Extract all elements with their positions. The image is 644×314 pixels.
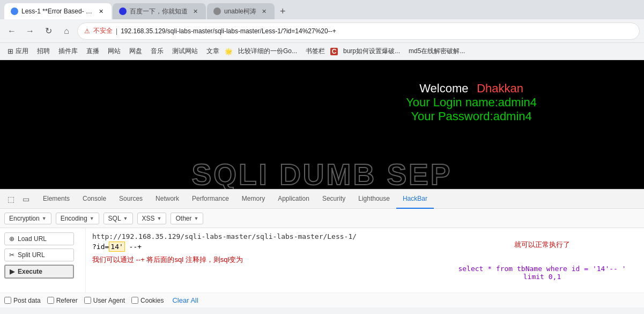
tab-performance[interactable]: Performance: [186, 189, 235, 209]
encryption-arrow: ▼: [42, 216, 47, 221]
bookmark-disk[interactable]: 网盘: [126, 46, 145, 57]
xss-dropdown[interactable]: XSS ▼: [137, 213, 167, 224]
cursor-icon-btn[interactable]: ⬚: [4, 193, 17, 206]
new-tab-button[interactable]: +: [276, 4, 290, 19]
tab-active[interactable]: Less-1 **Error Based- String** ✕: [4, 3, 112, 19]
split-url-button[interactable]: ✂ Split URL: [4, 249, 74, 261]
bookmark-bookmarks-label: 书签栏: [306, 47, 325, 56]
devtools-icons-group: ⬚ ▭: [4, 193, 32, 206]
encryption-label: Encryption: [9, 215, 40, 222]
tab-favicon-3: [213, 8, 221, 15]
post-data-checkbox[interactable]: [4, 297, 11, 304]
other-label: Other: [175, 215, 191, 222]
split-url-label: Split URL: [18, 251, 45, 259]
bookmark-live[interactable]: 直播: [83, 46, 102, 57]
login-name-line: Your Login name:admin4: [406, 96, 537, 109]
home-button[interactable]: ⌂: [59, 24, 74, 39]
url-display-line1: http://192.168.35.129/sqli-labs-master/s…: [92, 232, 434, 240]
encoding-arrow: ▼: [90, 216, 94, 221]
bookmark-plugins[interactable]: 插件库: [55, 46, 81, 57]
referer-checkbox[interactable]: [47, 297, 54, 304]
burp-icon: C: [330, 48, 338, 55]
bookmark-burp[interactable]: burp如何设置爆破...: [340, 46, 403, 57]
hackbar-left-panel: ⊕ Load URL ✂ Split URL ▶ Execute: [0, 228, 86, 293]
other-dropdown[interactable]: Other ▼: [171, 213, 203, 224]
apps-icon: ⊞: [8, 47, 13, 55]
sql-dropdown[interactable]: SQL ▼: [103, 213, 133, 224]
execute-icon: ▶: [10, 268, 14, 275]
post-data-checkbox-group[interactable]: Post data: [4, 297, 41, 304]
user-agent-checkbox[interactable]: [84, 297, 91, 304]
forward-button[interactable]: →: [23, 24, 38, 39]
clear-all-button[interactable]: Clear All: [170, 296, 200, 304]
tab-lighthouse[interactable]: Lighthouse: [352, 189, 396, 209]
password-line: Your Password:admin4: [406, 109, 537, 123]
tab-network[interactable]: Network: [149, 189, 186, 209]
bookmark-md5[interactable]: md5在线解密破解...: [405, 46, 468, 57]
tab-close-1[interactable]: ✕: [97, 7, 105, 16]
tab-sources[interactable]: Sources: [113, 189, 149, 209]
tab-application[interactable]: Application: [271, 189, 316, 209]
load-url-button[interactable]: ⊕ Load URL: [4, 232, 74, 245]
bookmark-music-label: 音乐: [151, 47, 164, 56]
bookmark-article[interactable]: 文章: [203, 46, 223, 57]
device-icon-btn[interactable]: ▭: [19, 193, 32, 206]
cookies-checkbox-group[interactable]: Cookies: [131, 297, 164, 304]
bookmark-apps[interactable]: ⊞ 应用: [4, 46, 32, 57]
referer-label: Referer: [56, 297, 78, 304]
chinese-comment: 我们可以通过 --+ 将后面的sql 注释掉，则sql变为: [92, 255, 434, 265]
sql-arrow: ▼: [123, 216, 128, 221]
tab-2[interactable]: 百度一下，你就知道 ✕: [113, 3, 206, 19]
tab-3[interactable]: unable柯涛 ✕: [207, 3, 275, 19]
hackbar-center-panel: http://192.168.35.129/sqli-labs-master/s…: [86, 228, 440, 293]
bookmarks-bar: ⊞ 应用 招聘 插件库 直播 网站 网盘 音乐 测试网站 文章 🌟 比较详细的一…: [0, 43, 644, 60]
tab-favicon-2: [119, 8, 127, 15]
bookmark-recruit-label: 招聘: [37, 47, 50, 56]
user-agent-label: User Agent: [93, 297, 125, 304]
webpage-welcome-area: Welcome Dhakkan Your Login name:admin4 Y…: [406, 82, 537, 123]
tab-label-3: unable柯涛: [224, 7, 256, 16]
tab-hackbar[interactable]: HackBar: [396, 189, 434, 209]
reload-button[interactable]: ↻: [41, 24, 56, 39]
bookmark-music[interactable]: 音乐: [147, 46, 167, 57]
user-agent-checkbox-group[interactable]: User Agent: [84, 297, 125, 304]
bookmark-test[interactable]: 测试网站: [169, 46, 201, 57]
encoding-dropdown[interactable]: Encoding ▼: [56, 213, 99, 224]
xss-arrow: ▼: [157, 216, 162, 221]
bookmark-bookmarks[interactable]: 书签栏: [302, 46, 328, 57]
xss-label: XSS: [142, 215, 155, 222]
load-icon: ⊕: [9, 235, 14, 243]
devtools-tab-bar: ⬚ ▭ Elements Console Sources Network Per…: [0, 189, 644, 209]
tab-favicon-1: [11, 8, 18, 15]
back-button[interactable]: ←: [4, 24, 19, 39]
bookmark-article-label: 文章: [206, 47, 219, 56]
bookmark-apps-label: 应用: [16, 47, 28, 56]
post-data-label: Post data: [13, 297, 41, 304]
tab-console[interactable]: Console: [76, 189, 113, 209]
tab-elements[interactable]: Elements: [36, 189, 76, 209]
execute-button[interactable]: ▶ Execute: [4, 265, 74, 279]
tab-bar: Less-1 **Error Based- String** ✕ 百度一下，你就…: [0, 0, 644, 19]
hackbar-right-panel: 就可以正常执行了 select * from tbName where id =…: [440, 228, 644, 293]
bookmark-recruit[interactable]: 招聘: [34, 46, 53, 57]
bookmark-plugins-label: 插件库: [58, 47, 78, 56]
security-warning-text: 不安全: [93, 26, 113, 35]
hackbar-bottom-bar: Post data Referer User Agent Cookies Cle…: [0, 293, 644, 308]
tab-close-2[interactable]: ✕: [191, 7, 199, 16]
webpage-content: Welcome Dhakkan Your Login name:admin4 Y…: [0, 60, 644, 189]
tab-security[interactable]: Security: [316, 189, 352, 209]
encryption-dropdown[interactable]: Encryption ▼: [4, 213, 51, 224]
tab-label-1: Less-1 **Error Based- String**: [21, 8, 93, 15]
cookies-checkbox[interactable]: [131, 297, 138, 304]
bookmark-go[interactable]: 比较详细的一份Go...: [235, 46, 300, 57]
bookmark-live-label: 直播: [86, 47, 99, 56]
tab-close-3[interactable]: ✕: [260, 7, 268, 16]
sql-statement: select * from tbName where id = '14'-- '…: [447, 265, 638, 281]
referer-checkbox-group[interactable]: Referer: [47, 297, 78, 304]
bookmark-burp-label: burp如何设置爆破...: [343, 47, 400, 56]
hackbar-toolbar: Encryption ▼ Encoding ▼ SQL ▼ XSS ▼ Othe…: [0, 209, 644, 228]
bookmark-website[interactable]: 网站: [105, 46, 124, 57]
tab-memory[interactable]: Memory: [235, 189, 271, 209]
tab-label-2: 百度一下，你就知道: [130, 7, 188, 16]
address-bar[interactable]: ⚠ 不安全 | 192.168.35.129/sqli-labs-master/…: [77, 23, 640, 40]
